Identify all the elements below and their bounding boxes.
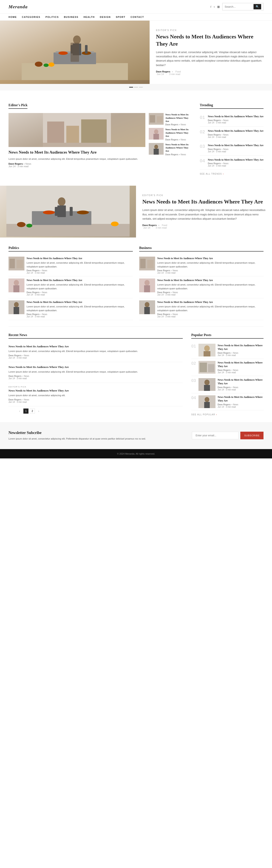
- search-input[interactable]: [224, 5, 252, 8]
- svg-point-10: [43, 64, 49, 67]
- popular-item-meta: Dave Rogers » News Jun 14 · 3 min read: [218, 352, 264, 356]
- side-item-content-2: News Needs to Meet Its Audiences Where T…: [165, 128, 191, 141]
- nav-design[interactable]: DESIGN: [100, 16, 111, 18]
- svg-point-30: [77, 211, 89, 214]
- hero-title: News Needs to Meet Its Audiences Where T…: [156, 33, 266, 48]
- side-item-content-3: News Needs to Meet Its Audiences Where T…: [165, 143, 191, 156]
- arrow-right-icon: ›: [223, 173, 224, 175]
- svg-point-54: [145, 302, 149, 307]
- popular-item: 04 News Needs to Meet Its Audiences Wher…: [191, 393, 264, 410]
- hero-dot-2[interactable]: [134, 87, 138, 88]
- prev-page-button[interactable]: ‹: [17, 408, 22, 413]
- pol-item-desc: Lorem ipsum dolor sit amet, consectetur …: [27, 261, 133, 269]
- svg-point-21: [154, 129, 158, 134]
- nav-contact[interactable]: CONTACT: [130, 16, 144, 18]
- hero-dots: [0, 84, 272, 91]
- svg-rect-52: [144, 285, 150, 292]
- svg-rect-6: [73, 43, 81, 55]
- logo[interactable]: Meranda: [8, 4, 28, 9]
- editors-pick-inner: News Needs to Meet Its Audiences Where T…: [8, 113, 191, 167]
- hero-date: Jun 14: [157, 73, 164, 75]
- next-page-button[interactable]: ›: [36, 408, 41, 413]
- trending-item-title: News Needs to Meet Its Audiences Where T…: [208, 129, 264, 133]
- newsletter-subscribe-button[interactable]: SUBSCRIBE: [240, 432, 264, 439]
- pol-item-content: News Needs to Meet Its Audiences Where T…: [27, 300, 133, 318]
- svg-rect-46: [13, 307, 19, 314]
- popular-posts-col: Popular Posts 01 News Needs to Meet Its …: [191, 333, 264, 417]
- svg-point-37: [111, 222, 119, 226]
- page-1-button[interactable]: 1: [23, 408, 28, 413]
- svg-rect-15: [81, 119, 107, 143]
- trending-item-meta: Dave Rogers » News Jun 14 · 3 min read: [208, 119, 264, 124]
- facebook-icon[interactable]: f: [210, 5, 211, 8]
- hero-dot-1[interactable]: [129, 87, 133, 88]
- bus-item-meta: Dave Rogers » News Jun 14 · 3 min read: [157, 269, 264, 274]
- hero2-author: Dave Rogers: [142, 224, 157, 226]
- hero2-image: [0, 186, 136, 238]
- popular-item-title: News Needs to Meet Its Audiences Where T…: [218, 395, 264, 403]
- nav-categories[interactable]: CATEGORIES: [22, 16, 40, 18]
- pol-item-image: [8, 257, 25, 271]
- popular-item-title: News Needs to Meet Its Audiences Where T…: [218, 344, 264, 351]
- page-2-button[interactable]: 2: [30, 408, 35, 413]
- side-item-meta-2: Dave Rogers » News: [165, 138, 191, 141]
- side-item-image-1: [149, 113, 163, 125]
- newsletter-email-input[interactable]: [192, 432, 239, 439]
- svg-point-31: [58, 197, 65, 206]
- editors-pick-date: Jun 14: [8, 165, 16, 167]
- politics-col: Politics News Needs to Meet Its Audience…: [8, 246, 133, 320]
- newsletter-title: Newsletter Subcribe: [8, 431, 183, 435]
- popular-item-content: News Needs to Meet Its Audiences Where T…: [218, 378, 264, 391]
- bus-item-desc: Lorem ipsum dolor sit amet, consectetur …: [157, 283, 264, 290]
- bus-item-title: News Needs to Meet Its Audiences Where T…: [157, 279, 264, 282]
- popular-item-meta: Dave Rogers » News Jun 14 · 3 min read: [218, 403, 264, 408]
- see-all-trends[interactable]: SEE ALL TRENDS ›: [200, 173, 264, 175]
- popular-item-content: News Needs to Meet Its Audiences Where T…: [218, 395, 264, 408]
- politics-title: Politics: [8, 246, 133, 251]
- hero-dot-3[interactable]: [139, 87, 143, 88]
- hero2-category: Food: [162, 224, 167, 226]
- instagram-icon[interactable]: ▦: [217, 5, 220, 8]
- see-all-popular[interactable]: SEE ALL POPULAR ›: [191, 413, 264, 416]
- side-item-title-2: News Needs to Meet Its Audiences Where T…: [165, 128, 191, 138]
- svg-rect-33: [55, 207, 58, 216]
- nav-health[interactable]: HEALTH: [84, 16, 95, 18]
- bus-item-image: [139, 257, 155, 271]
- svg-rect-43: [13, 285, 19, 292]
- trending-content: News Needs to Meet Its Audiences Where T…: [208, 115, 264, 124]
- twitter-icon[interactable]: t: [214, 5, 215, 8]
- trending-content: News Needs to Meet Its Audiences Where T…: [208, 129, 264, 138]
- nav-sport[interactable]: SPORT: [116, 16, 125, 18]
- list-item: News Needs to Meet Its Audiences Where T…: [139, 298, 264, 320]
- popular-num: 01: [191, 344, 197, 349]
- newsletter-form: SUBSCRIBE: [192, 432, 264, 439]
- trending-item-meta: Dave Rogers » News Jun 14 · 3 min read: [208, 148, 264, 153]
- popular-num: 02: [191, 361, 197, 366]
- editors-pick-main-desc: Lorem ipsum dolor sit amet, consectetur …: [8, 157, 145, 161]
- svg-point-36: [26, 224, 32, 227]
- pol-item-image: [8, 300, 25, 314]
- popular-item-content: News Needs to Meet Its Audiences Where T…: [218, 344, 264, 356]
- pol-item-desc: Lorem ipsum dolor sit amet, consectetur …: [27, 283, 133, 290]
- svg-rect-19: [157, 116, 162, 123]
- search-bar: 🔍: [222, 3, 264, 10]
- editors-pick-main-headline: News Needs to Meet Its Audiences Where T…: [8, 150, 145, 155]
- editors-pick-badge: EDITOR'S PICK: [8, 386, 183, 388]
- bus-item-image: [139, 279, 155, 292]
- search-button[interactable]: 🔍: [253, 4, 261, 9]
- hero2-content: EDITOR'S PICK News Needs to Meet Its Aud…: [136, 186, 272, 238]
- trending-item-meta: Dave Rogers » News Jun 14 · 3 min read: [208, 162, 264, 167]
- recent-item-title: News Needs to Meet Its Audiences Where T…: [8, 345, 183, 348]
- svg-point-11: [49, 62, 54, 67]
- nav-politics[interactable]: POLITICS: [46, 16, 59, 18]
- nav-home[interactable]: HOME: [8, 16, 17, 18]
- trending-content: News Needs to Meet Its Audiences Where T…: [208, 158, 264, 167]
- pol-item-image: [8, 279, 25, 292]
- bus-item-meta: Dave Rogers » News Jun 14 · 3 min read: [157, 313, 264, 318]
- business-list: News Needs to Meet Its Audiences Where T…: [139, 254, 264, 320]
- nav-business[interactable]: BUSINESS: [64, 16, 79, 18]
- trending-num: 01: [200, 115, 206, 120]
- side-item-title-1: News Needs to Meet Its Audiences Where T…: [165, 113, 191, 123]
- svg-rect-25: [154, 149, 159, 155]
- hero-read-time: 3 min read: [169, 73, 180, 75]
